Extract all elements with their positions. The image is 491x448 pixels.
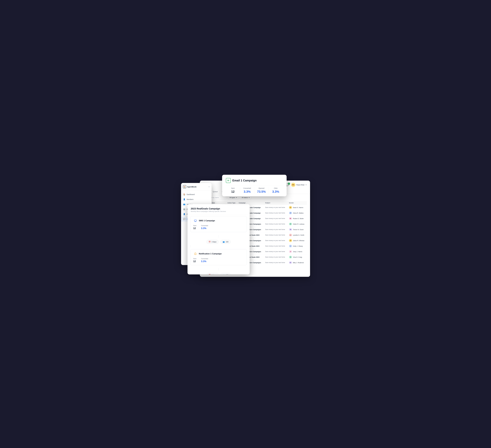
sidebar-item-dashboard[interactable]: 🏠 Dashboard bbox=[181, 192, 212, 197]
sender-avatar: HR bbox=[289, 222, 292, 226]
notif-stat-sent: Sent 12 bbox=[193, 258, 196, 263]
logo-icon: 🏠 bbox=[183, 185, 186, 188]
email-card-header: ✉ Email 1 Campaign bbox=[226, 178, 283, 183]
sms-people-value: 150 bbox=[226, 241, 228, 243]
messages-button[interactable]: 💬 4 bbox=[286, 183, 289, 186]
sender-avatar: HJ bbox=[289, 245, 292, 248]
sidebar-collapse-button[interactable]: « bbox=[209, 186, 210, 188]
notif-stats-row: Sent 12 Converted 3.3% bbox=[193, 258, 244, 263]
sms-days-value: 3 days bbox=[212, 241, 216, 243]
campaigns-icon: 💬 bbox=[183, 218, 186, 220]
chevron-down-icon: ▾ bbox=[236, 197, 237, 199]
svg-rect-0 bbox=[194, 220, 196, 221]
cell-sender: VD Vina D. Craig bbox=[288, 254, 307, 260]
sms-converted-label: Converted bbox=[201, 225, 208, 227]
brokerages-icon: 🏢 bbox=[183, 208, 186, 210]
clock-icon: ⏰ bbox=[209, 241, 211, 243]
sender-name: Lynette G. Smith bbox=[293, 234, 304, 236]
notif-people-item: 👥 150 bbox=[220, 273, 231, 275]
col-subject: Subject bbox=[264, 201, 288, 205]
clock-icon: ⏰ bbox=[209, 274, 211, 275]
sender-name: Helen R. Lebeau bbox=[293, 223, 304, 225]
sms-converted-value: 3.3% bbox=[201, 227, 208, 230]
sms-card-header: SMS 1 Campaign bbox=[193, 219, 244, 223]
notif-converted-label: Converted bbox=[201, 258, 208, 259]
sender-avatar: RE bbox=[289, 217, 292, 220]
cell-subject: Save money on your next home bbox=[264, 205, 288, 210]
stat-opened: Opened 73.5% bbox=[254, 187, 269, 193]
notification-card-title: Notification 1 Campaign bbox=[199, 253, 222, 255]
campaign-detail-subtitle: Monthly Micro-campaigns Offering Specifi… bbox=[191, 210, 246, 212]
cell-sender: TN Trevor N. Grant bbox=[288, 227, 307, 232]
sms-days-item: ⏰ 3 days bbox=[206, 240, 218, 244]
stat-sent-label: Sent bbox=[228, 187, 238, 189]
messages-count: 4 bbox=[288, 183, 290, 185]
email-campaign-title: Email 1 Campaign bbox=[232, 179, 257, 182]
notif-stat-converted: Converted 3.3% bbox=[201, 258, 208, 263]
email-campaign-card: ✉ Email 1 Campaign Sent 12 Converted 3.3… bbox=[222, 175, 287, 196]
sidebar-item-members[interactable]: 👤 Members bbox=[181, 197, 212, 202]
cell-subject: Save money on your next home bbox=[264, 238, 288, 243]
sender-name: Ruben E. Butler bbox=[293, 218, 304, 219]
notif-timeline-row bbox=[188, 267, 250, 272]
cell-subject: Save money on your next home bbox=[264, 243, 288, 249]
notification-icon bbox=[193, 252, 198, 256]
sender-name: Billy J. Roderick bbox=[293, 262, 304, 264]
notif-sent-value: 12 bbox=[193, 260, 196, 263]
cell-subject: Save money on your next home bbox=[264, 216, 288, 221]
sms-stats-row: Sent 12 Converted 3.3% bbox=[193, 225, 244, 230]
sms-icon bbox=[193, 219, 198, 223]
sender-name: Joey J. Harris bbox=[293, 251, 302, 252]
email-icon: ✉ bbox=[226, 178, 231, 183]
sender-avatar: LG bbox=[289, 233, 292, 237]
sidebar-logo: 🏠 AgentBook bbox=[183, 185, 197, 188]
user-avatar: RK bbox=[291, 183, 295, 187]
sender-avatar: TN bbox=[289, 228, 292, 231]
stat-click-label: Click bbox=[271, 187, 281, 189]
members-icon: 👤 bbox=[183, 198, 186, 200]
cell-subject: Save money on your next home bbox=[264, 221, 288, 227]
cell-sender: LG Lynette G. Smith bbox=[288, 232, 307, 238]
sender-name: Julius R. Whelan bbox=[293, 240, 304, 241]
cell-subject: Save money on your next home bbox=[264, 249, 288, 254]
sms-people-item: 👥 150 bbox=[220, 240, 231, 244]
campaign-detail-title: 2023 RealGoals Campaign bbox=[191, 207, 246, 210]
sender-name: Alicia R. Mattes bbox=[293, 212, 303, 214]
sender-name: Holly J. Oleary bbox=[293, 245, 303, 247]
cell-subject: Save money on your next home bbox=[264, 232, 288, 238]
people-icon: 👥 bbox=[223, 241, 225, 243]
chevron-down-icon: ▼ bbox=[305, 184, 307, 186]
sms-campaign-card: SMS 1 Campaign Sent 12 Converted 3.3% bbox=[190, 216, 247, 232]
stat-sent-value: 12 bbox=[228, 190, 238, 193]
notif-sent-label: Sent bbox=[193, 258, 196, 259]
sms-stat-converted: Converted 3.3% bbox=[201, 225, 208, 230]
vendors-icon: 👥 bbox=[183, 203, 186, 205]
stat-click: Click 3.3% bbox=[269, 187, 283, 193]
chevron-down-icon: ▾ bbox=[249, 197, 250, 199]
campaign-detail-panel: 2023 RealGoals Campaign Monthly Micro-ca… bbox=[188, 204, 250, 275]
stat-sent: Sent 12 bbox=[226, 187, 240, 193]
sidebar-header: 🏠 AgentBook « bbox=[181, 183, 212, 191]
sender-avatar: BJ bbox=[289, 261, 292, 264]
sms-campaign-section: SMS 1 Campaign Sent 12 Converted 3.3% bbox=[188, 214, 250, 234]
sender-name: Trevor N. Grant bbox=[293, 229, 303, 230]
cell-sender: HJ Holly J. Oleary bbox=[288, 243, 307, 249]
type-filter-label: All types bbox=[229, 197, 235, 199]
cell-sender: BJ Billy J. Roderick bbox=[288, 260, 307, 265]
dashboard-icon: 🏠 bbox=[183, 193, 186, 196]
notification-campaign-section: Notification 1 Campaign Sent 12 Converte… bbox=[188, 247, 250, 267]
notif-people-value: 150 bbox=[226, 274, 228, 275]
tab-queue[interactable]: Queue bbox=[211, 190, 220, 194]
scene: Log 👤 10 💬 4 RK Raza Khan ▼ Sent bbox=[181, 171, 310, 277]
stat-converted-value: 3.3% bbox=[242, 190, 252, 193]
cell-subject: Save money on your next home bbox=[264, 260, 288, 265]
sender-avatar: VD bbox=[289, 256, 292, 259]
notif-days-value: 3 days bbox=[212, 274, 216, 275]
stat-converted: Converted 3.3% bbox=[240, 187, 254, 193]
cell-sender: SK Sean K. Hamm bbox=[288, 205, 307, 210]
cell-subject: Save money on your next home bbox=[264, 227, 288, 232]
campaign-detail-header: 2023 RealGoals Campaign Monthly Micro-ca… bbox=[188, 204, 250, 214]
user-menu[interactable]: RK Raza Khan ▼ bbox=[291, 183, 307, 187]
cell-sender: JR Julius R. Whelan bbox=[288, 238, 307, 243]
cell-sender: JJ Joey J. Harris bbox=[288, 249, 307, 254]
